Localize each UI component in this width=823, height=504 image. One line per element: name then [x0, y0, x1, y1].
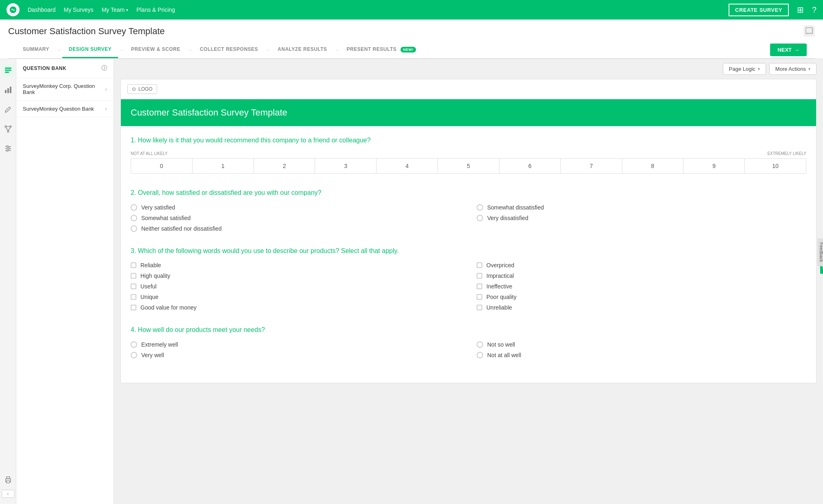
tab-design-survey[interactable]: DESIGN SURVEY: [62, 41, 118, 58]
q3-option-7[interactable]: Impractical: [477, 273, 806, 279]
arrow-5: →: [335, 47, 339, 53]
q3-options: Reliable Overpriced High quality Im: [131, 262, 806, 311]
q3-option-10[interactable]: Unreliable: [477, 304, 806, 311]
survey-logo-area: ⊙ LOGO: [121, 79, 816, 99]
svg-rect-4: [5, 72, 9, 73]
nps-cell-3[interactable]: 3: [315, 159, 376, 173]
q2-option-2[interactable]: Somewhat satisfied: [131, 215, 460, 221]
q2-option-4[interactable]: Somewhat dissatisfied: [477, 204, 806, 211]
qb-item-sm[interactable]: SurveyMonkey Question Bank ›: [16, 100, 114, 117]
nps-cell-5[interactable]: 5: [438, 159, 499, 173]
nps-cell-10[interactable]: 10: [745, 159, 806, 173]
tab-preview-score[interactable]: PREVIEW & SCORE: [125, 41, 187, 58]
nps-cell-1[interactable]: 1: [193, 159, 254, 173]
q4-option-3[interactable]: Not so well: [477, 341, 806, 348]
chat-icon[interactable]: [803, 25, 815, 38]
radio-circle: [131, 341, 137, 348]
sidebar-icon-logic[interactable]: [2, 122, 15, 135]
qb-item-corp[interactable]: SurveyMonkey Corp. Question Bank ›: [16, 78, 114, 100]
nps-labels: NOT AT ALL LIKELY EXTREMELY LIKELY: [131, 151, 806, 156]
q4-option-4[interactable]: Not at all well: [477, 352, 806, 358]
svg-point-17: [7, 146, 8, 147]
q2-option-3[interactable]: Neither satisfied nor dissatisfied: [131, 225, 460, 232]
svg-line-13: [8, 127, 11, 131]
svg-rect-1: [803, 25, 815, 37]
nps-cell-2[interactable]: 2: [254, 159, 315, 173]
q3-option-6[interactable]: Overpriced: [477, 262, 806, 268]
q3-option-8[interactable]: Ineffective: [477, 283, 806, 290]
checkbox-box: [477, 273, 482, 279]
svg-point-18: [8, 148, 10, 149]
nps-cell-4[interactable]: 4: [376, 159, 438, 173]
tab-collect-responses[interactable]: COLLECT RESPONSES: [193, 41, 265, 58]
question-4: 4. How well do our products meet your ne…: [131, 325, 806, 358]
radio-circle: [131, 352, 137, 358]
q3-option-4[interactable]: Unique: [131, 294, 460, 300]
top-nav: Dashboard My Surveys My Team ▾ Plans & P…: [0, 0, 823, 20]
svg-rect-22: [7, 481, 10, 483]
next-button[interactable]: NEXT →: [770, 44, 807, 56]
main-layout: ‹ QUESTION BANK ⓘ SurveyMonkey Corp. Que…: [0, 59, 823, 504]
chevron-right-icon-2: ›: [105, 105, 107, 112]
q3-option-5[interactable]: Good value for money: [131, 304, 460, 311]
q3-option-9[interactable]: Poor quality: [477, 294, 806, 300]
page-title-bar: Customer Satisfaction Survey Template SU…: [0, 20, 823, 59]
survey-card: ⊙ LOGO Customer Satisfaction Survey Temp…: [120, 79, 816, 383]
chevron-right-icon: ›: [105, 86, 107, 92]
nav-plans-pricing[interactable]: Plans & Pricing: [136, 7, 175, 13]
grid-icon[interactable]: ⊞: [797, 5, 804, 15]
q4-option-1[interactable]: Extremely well: [131, 341, 460, 348]
sidebar-icon-analytics[interactable]: [2, 83, 15, 96]
nav-dashboard[interactable]: Dashboard: [28, 7, 56, 13]
svg-point-19: [7, 150, 8, 151]
q3-option-3[interactable]: Useful: [131, 283, 460, 290]
nav-my-surveys[interactable]: My Surveys: [64, 7, 94, 13]
page-title: Customer Satisfaction Survey Template: [8, 26, 815, 37]
tab-analyze-results[interactable]: ANALYZE RESULTS: [271, 41, 334, 58]
q2-option-5[interactable]: Very dissatisfied: [477, 215, 806, 221]
nps-cell-6[interactable]: 6: [499, 159, 561, 173]
next-arrow-icon: →: [794, 47, 799, 53]
nps-scale: 0 1 2 3 4 5 6 7 8 9 10: [131, 158, 806, 174]
tab-summary[interactable]: SUMMARY: [16, 41, 56, 58]
checkbox-box: [477, 262, 482, 268]
radio-circle: [477, 341, 483, 348]
logo[interactable]: [7, 3, 20, 16]
checkbox-box: [131, 305, 136, 310]
nav-my-team[interactable]: My Team ▾: [102, 7, 129, 13]
nps-cell-0[interactable]: 0: [131, 159, 193, 173]
page-logic-button[interactable]: Page Logic ▾: [723, 63, 766, 75]
content-toolbar: Page Logic ▾ More Actions ▾: [114, 59, 823, 79]
info-icon[interactable]: ⓘ: [101, 65, 107, 72]
feedback-tab[interactable]: Feedback: [817, 238, 823, 266]
sidebar-icon-questions[interactable]: [2, 64, 15, 77]
radio-circle: [477, 204, 483, 211]
content-area: Page Logic ▾ More Actions ▾ ⊙ LOGO Custo…: [114, 59, 823, 504]
svg-rect-2: [5, 68, 11, 69]
tab-present-results[interactable]: PRESENT RESULTS NEW!: [340, 41, 422, 58]
sidebar-icon-design[interactable]: [2, 103, 15, 116]
q2-option-1[interactable]: Very satisfied: [131, 204, 460, 211]
sidebar-bottom: ‹: [2, 473, 15, 498]
q3-option-2[interactable]: High quality: [131, 273, 460, 279]
nps-cell-8[interactable]: 8: [622, 159, 684, 173]
more-actions-button[interactable]: More Actions ▾: [769, 63, 816, 75]
radio-circle: [131, 215, 137, 221]
q4-option-2[interactable]: Very well: [131, 352, 460, 358]
nps-cell-7[interactable]: 7: [561, 159, 622, 173]
question-1: 1. How likely is it that you would recom…: [131, 136, 806, 174]
radio-circle: [131, 204, 137, 211]
page-logic-dropdown-icon: ▾: [758, 67, 760, 71]
help-icon[interactable]: ?: [812, 5, 816, 15]
create-survey-button[interactable]: CREATE SURVEY: [729, 4, 789, 16]
q2-options: Very satisfied Somewhat dissatisfied Som…: [131, 204, 806, 232]
nps-cell-9[interactable]: 9: [683, 159, 745, 173]
sidebar-icon-options[interactable]: [2, 142, 15, 155]
question-3: 3. Which of the following words would yo…: [131, 247, 806, 311]
svg-rect-21: [7, 477, 10, 479]
logo-placeholder-button[interactable]: ⊙ LOGO: [127, 84, 157, 94]
q3-option-1[interactable]: Reliable: [131, 262, 460, 268]
sidebar-collapse-button[interactable]: ‹: [2, 490, 15, 498]
arrow-4: →: [265, 47, 270, 53]
sidebar-icon-print[interactable]: [2, 473, 15, 487]
